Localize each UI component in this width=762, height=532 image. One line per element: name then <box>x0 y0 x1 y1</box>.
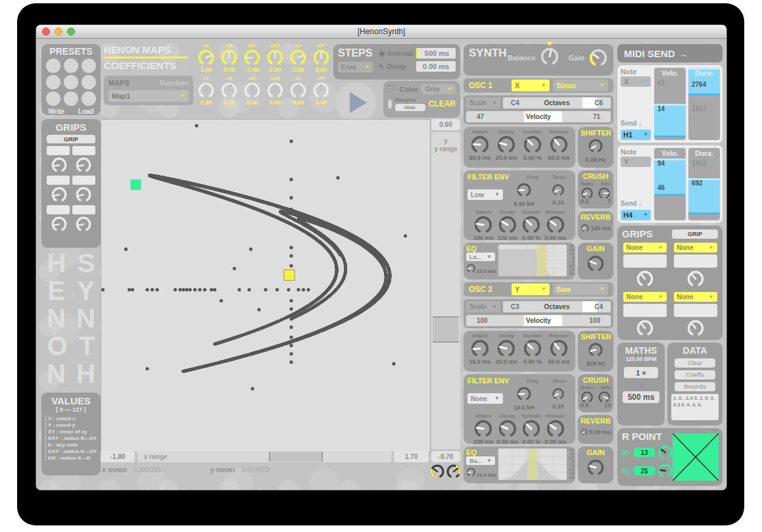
coeff-knob[interactable] <box>312 49 330 66</box>
mini-knob-right[interactable] <box>446 464 462 479</box>
color-select[interactable]: Gray▼ <box>421 84 456 94</box>
preset-load-button[interactable]: Load <box>78 108 94 115</box>
rx-knob[interactable] <box>657 445 673 460</box>
preset-slot[interactable] <box>46 75 60 89</box>
grip-knob[interactable] <box>636 319 654 337</box>
grip-knob[interactable] <box>636 270 654 288</box>
scale-select[interactable]: Scale▼ <box>466 97 500 109</box>
grip-knob[interactable] <box>75 216 92 233</box>
maths-mult-field[interactable]: 1 × <box>624 367 658 378</box>
adsr-knob[interactable] <box>498 215 517 235</box>
velocity-range[interactable]: 100Velocity100 <box>466 315 611 326</box>
grip-source-select[interactable]: None▼ <box>623 243 667 253</box>
grip-knob[interactable] <box>51 157 68 174</box>
velocity-range[interactable]: 47Velocity71 <box>466 111 611 122</box>
preset-slot[interactable] <box>64 59 78 73</box>
adsr-knob[interactable] <box>523 339 542 358</box>
octaves-range[interactable]: C3OctavesC4 <box>503 301 611 312</box>
grip-knob[interactable] <box>51 186 68 203</box>
adsr-knob[interactable] <box>546 215 565 235</box>
osc-source-select[interactable]: Y▼ <box>512 283 550 295</box>
grip-right-button[interactable]: GRIP <box>672 230 718 239</box>
hide-button[interactable]: Hide <box>395 104 425 111</box>
shifter-knob[interactable] <box>588 138 604 154</box>
grip-knob[interactable] <box>686 319 705 337</box>
grip-box[interactable] <box>623 254 667 268</box>
coeff-knob[interactable] <box>243 49 261 66</box>
preset-slot[interactable] <box>82 75 96 89</box>
delay-snap-icon[interactable]: ↖ <box>378 62 384 71</box>
freq-knob[interactable] <box>516 182 532 198</box>
grip-source-select[interactable]: None▼ <box>674 243 717 253</box>
adsr-knob[interactable] <box>470 339 490 358</box>
y-range-slider[interactable]: yy range <box>431 132 460 449</box>
synth-gain-knob[interactable] <box>588 48 608 68</box>
osc-wave-select[interactable]: Saw▼ <box>553 283 608 295</box>
send-select[interactable]: H4▼ <box>621 210 651 220</box>
coeff-knob[interactable] <box>243 82 261 99</box>
y-min-field[interactable]: -0.70 <box>431 451 460 462</box>
adsr-knob[interactable] <box>521 215 541 235</box>
x-range-thumb[interactable] <box>269 452 323 462</box>
close-button[interactable] <box>42 28 50 36</box>
grip-box[interactable] <box>72 205 95 214</box>
eq-freq-knob[interactable] <box>466 262 476 274</box>
preset-slot[interactable] <box>64 75 78 89</box>
preset-slot[interactable] <box>82 59 96 73</box>
reso-knob[interactable] <box>552 387 565 400</box>
coeff-knob[interactable] <box>289 82 307 99</box>
preset-slot[interactable] <box>64 91 78 106</box>
grip-knob[interactable] <box>686 270 705 288</box>
coeff-knob[interactable] <box>312 82 330 99</box>
filter-mode-select[interactable]: None▼ <box>467 393 503 404</box>
scale-select[interactable]: Scale▼ <box>466 301 500 312</box>
coeff-knob[interactable] <box>289 49 307 66</box>
grip-box[interactable] <box>674 254 717 268</box>
adsr-knob[interactable] <box>496 135 516 155</box>
x-range-slider[interactable]: x range <box>137 451 391 462</box>
coeff-knob[interactable] <box>266 82 284 99</box>
grip-source-select[interactable]: None▼ <box>674 292 717 302</box>
x-max-field[interactable]: 1.70 <box>394 451 429 462</box>
zoom-button[interactable] <box>67 28 75 36</box>
coeff-knob[interactable] <box>197 82 215 99</box>
grip-left-button[interactable]: GRIP <box>47 135 95 143</box>
coeff-knob[interactable] <box>266 49 284 66</box>
adsr-knob[interactable] <box>546 419 565 439</box>
velo-column[interactable]: Velo. 61 14 <box>654 68 686 140</box>
eq-freq-knob[interactable] <box>466 466 476 478</box>
balance-knob[interactable] <box>540 47 560 66</box>
adsr-knob[interactable] <box>470 135 490 155</box>
henon-plot[interactable] <box>101 119 431 452</box>
y-max-field[interactable]: 0.60 <box>431 119 460 130</box>
grip-box[interactable] <box>674 304 717 317</box>
resync-button[interactable] <box>388 99 392 109</box>
map-select[interactable]: Map1▼ <box>108 90 189 102</box>
delay-field[interactable]: 0.00 ms <box>416 61 456 72</box>
adsr-knob[interactable] <box>498 419 517 439</box>
eq-mode-select[interactable]: Lo...▼ <box>466 253 495 261</box>
grip-knob[interactable] <box>75 157 92 174</box>
reverb-knob[interactable] <box>581 425 588 439</box>
dura-column[interactable]: Dura. 2764 1917 <box>688 68 720 140</box>
coeff-knob[interactable] <box>197 49 215 66</box>
shifter-knob[interactable] <box>588 342 604 358</box>
eq-mode-select[interactable]: Ba...▼ <box>466 456 495 465</box>
grip-knob[interactable] <box>75 186 92 203</box>
adsr-knob[interactable] <box>549 339 569 358</box>
adsr-knob[interactable] <box>523 135 542 155</box>
x-min-field[interactable]: -1.80 <box>101 451 135 462</box>
ry-field[interactable]: 25 <box>634 466 655 475</box>
adsr-knob[interactable] <box>473 419 493 439</box>
coeff-knob[interactable] <box>220 49 238 66</box>
coeff-knob[interactable] <box>220 82 238 99</box>
title-bar[interactable]: [HenonSynth] <box>36 25 726 39</box>
minimize-button[interactable] <box>55 28 62 36</box>
data-clear-button[interactable]: Clear <box>675 358 715 368</box>
adsr-knob[interactable] <box>549 135 569 155</box>
preset-slot[interactable] <box>46 59 60 73</box>
grip-box[interactable] <box>47 176 70 185</box>
interval-field[interactable]: 500 ms <box>416 48 456 59</box>
osc-source-select[interactable]: X▼ <box>512 80 550 91</box>
grip-box[interactable] <box>47 205 70 214</box>
